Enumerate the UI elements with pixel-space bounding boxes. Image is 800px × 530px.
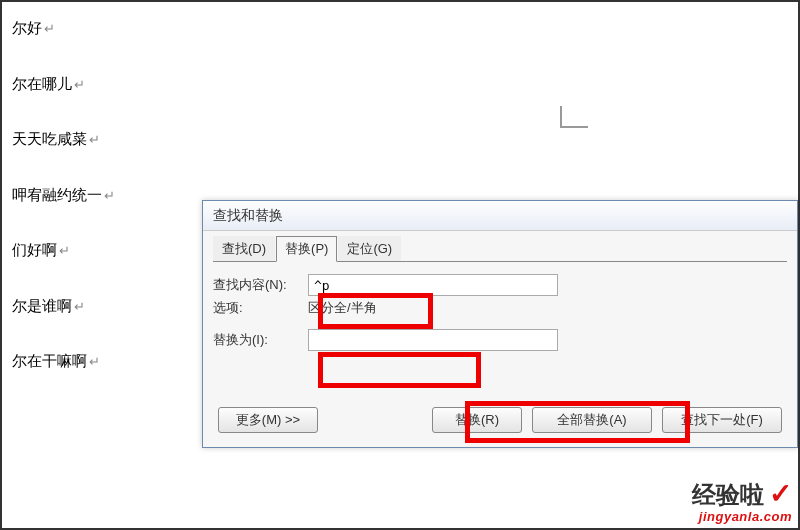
doc-line: 尔在干嘛啊↵ bbox=[12, 350, 232, 373]
replace-with-label: 替换为(I): bbox=[213, 331, 308, 349]
options-value: 区分全/半角 bbox=[308, 299, 377, 317]
tab-bar: 查找(D) 替换(P) 定位(G) bbox=[213, 236, 787, 262]
replace-button[interactable]: 替换(R) bbox=[432, 407, 522, 433]
highlight-replace-box bbox=[318, 352, 481, 388]
dialog-body: 查找(D) 替换(P) 定位(G) 查找内容(N): 选项: 区分全/半角 替换… bbox=[203, 231, 797, 447]
replace-with-input[interactable] bbox=[308, 329, 558, 351]
find-what-label: 查找内容(N): bbox=[213, 276, 308, 294]
watermark: 经验啦✓ jingyanla.com bbox=[692, 479, 792, 524]
replace-all-button[interactable]: 全部替换(A) bbox=[532, 407, 652, 433]
dialog-button-row: 更多(M) >> 替换(R) 全部替换(A) 查找下一处(F) bbox=[218, 407, 782, 433]
find-next-button[interactable]: 查找下一处(F) bbox=[662, 407, 782, 433]
options-row: 选项: 区分全/半角 bbox=[213, 299, 787, 317]
para-mark-icon: ↵ bbox=[44, 21, 55, 36]
para-mark-icon: ↵ bbox=[104, 188, 115, 203]
window-frame: 尔好↵ 尔在哪儿↵ 天天吃咸菜↵ 呷宥融约统一↵ 们好啊↵ 尔是谁啊↵ 尔在干嘛… bbox=[0, 0, 800, 530]
replace-with-row: 替换为(I): bbox=[213, 329, 787, 351]
doc-line: 尔是谁啊↵ bbox=[12, 295, 232, 318]
check-icon: ✓ bbox=[769, 478, 792, 509]
watermark-title: 经验啦✓ bbox=[692, 479, 792, 510]
more-button[interactable]: 更多(M) >> bbox=[218, 407, 318, 433]
find-replace-dialog: 查找和替换 查找(D) 替换(P) 定位(G) 查找内容(N): 选项: 区分全… bbox=[202, 200, 798, 448]
doc-line: 呷宥融约统一↵ bbox=[12, 184, 232, 207]
doc-line: 尔好↵ bbox=[12, 17, 232, 40]
doc-line: 们好啊↵ bbox=[12, 239, 232, 262]
para-mark-icon: ↵ bbox=[89, 132, 100, 147]
doc-line: 天天吃咸菜↵ bbox=[12, 128, 232, 151]
page-margin-corner-icon bbox=[560, 106, 588, 128]
watermark-url: jingyanla.com bbox=[692, 510, 792, 524]
para-mark-icon: ↵ bbox=[74, 77, 85, 92]
para-mark-icon: ↵ bbox=[89, 354, 100, 369]
find-what-input[interactable] bbox=[308, 274, 558, 296]
doc-line: 尔在哪儿↵ bbox=[12, 73, 232, 96]
dialog-title: 查找和替换 bbox=[203, 201, 797, 231]
document-area: 尔好↵ 尔在哪儿↵ 天天吃咸菜↵ 呷宥融约统一↵ 们好啊↵ 尔是谁啊↵ 尔在干嘛… bbox=[2, 17, 232, 406]
tab-find[interactable]: 查找(D) bbox=[213, 236, 275, 261]
tab-replace[interactable]: 替换(P) bbox=[276, 236, 337, 262]
options-label: 选项: bbox=[213, 299, 308, 317]
para-mark-icon: ↵ bbox=[74, 299, 85, 314]
para-mark-icon: ↵ bbox=[59, 243, 70, 258]
tab-goto[interactable]: 定位(G) bbox=[338, 236, 401, 261]
find-what-row: 查找内容(N): bbox=[213, 274, 787, 296]
